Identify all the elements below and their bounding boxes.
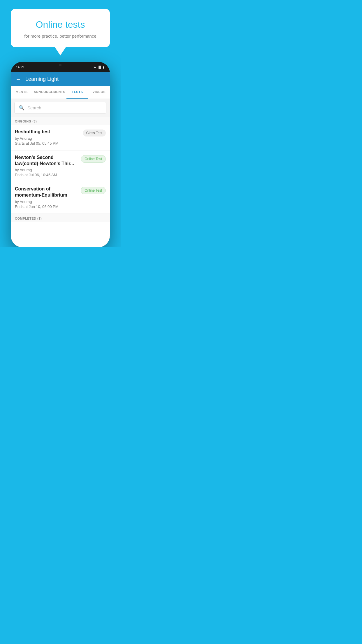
test-item[interactable]: Reshuffling test by Anurag Starts at Jul… [11, 125, 110, 150]
app-title: Learning Light [25, 76, 59, 82]
promo-bubble: Online tests for more practice, better p… [11, 9, 110, 47]
ongoing-section-header: ONGOING (3) [11, 117, 110, 125]
tab-tests[interactable]: TESTS [66, 86, 88, 99]
status-bar: 14:29 ▾▴ ▐▌ ▮ [11, 62, 110, 72]
test-title: Newton's Second law(contd)-Newton's Thir… [15, 155, 78, 167]
test-date: Starts at Jul 05, 05:45 PM [15, 141, 80, 146]
wifi-icon: ▾▴ [94, 66, 96, 69]
test-author: by Anurag [15, 136, 80, 141]
test-author: by Anurag [15, 200, 78, 204]
app-header: ← Learning Light [11, 72, 110, 86]
back-button[interactable]: ← [15, 76, 21, 83]
search-bar[interactable]: 🔍 Search [14, 102, 106, 114]
search-bar-container: 🔍 Search [11, 99, 110, 117]
test-date: Ends at Jun 10, 06:00 PM [15, 204, 78, 209]
test-author: by Anurag [15, 168, 78, 172]
search-icon: 🔍 [19, 105, 24, 111]
bubble-title: Online tests [22, 19, 98, 30]
status-time: 14:29 [16, 65, 24, 69]
test-badge-class: Class Test [83, 130, 106, 136]
test-title: Reshuffling test [15, 129, 80, 135]
battery-icon: ▮ [103, 66, 105, 69]
test-date: Ends at Jul 06, 10:45 AM [15, 173, 78, 177]
phone-frame: 14:29 ▾▴ ▐▌ ▮ ← Learning Light MENTS ANN… [11, 62, 110, 247]
tab-announcements[interactable]: ANNOUNCEMENTS [32, 86, 66, 99]
test-item[interactable]: Conservation of momentum-Equilibrium by … [11, 182, 110, 214]
test-info: Newton's Second law(contd)-Newton's Thir… [15, 155, 81, 177]
notch [49, 62, 72, 68]
completed-section-header: COMPLETED (1) [11, 214, 110, 222]
app-content: ← Learning Light MENTS ANNOUNCEMENTS TES… [11, 72, 110, 247]
camera [59, 64, 61, 66]
status-icons: ▾▴ ▐▌ ▮ [94, 66, 105, 69]
test-item[interactable]: Newton's Second law(contd)-Newton's Thir… [11, 150, 110, 182]
search-placeholder: Search [27, 105, 41, 110]
bubble-subtitle: for more practice, better performance [22, 34, 98, 38]
signal-icon: ▐▌ [98, 66, 102, 69]
test-info: Reshuffling test by Anurag Starts at Jul… [15, 129, 83, 146]
test-title: Conservation of momentum-Equilibrium [15, 186, 78, 198]
test-info: Conservation of momentum-Equilibrium by … [15, 186, 81, 209]
tabs-bar: MENTS ANNOUNCEMENTS TESTS VIDEOS [11, 86, 110, 99]
tab-ments[interactable]: MENTS [11, 86, 32, 99]
test-badge-online: Online Test [81, 187, 106, 194]
tab-videos[interactable]: VIDEOS [88, 86, 110, 99]
test-badge-online: Online Test [81, 155, 106, 163]
